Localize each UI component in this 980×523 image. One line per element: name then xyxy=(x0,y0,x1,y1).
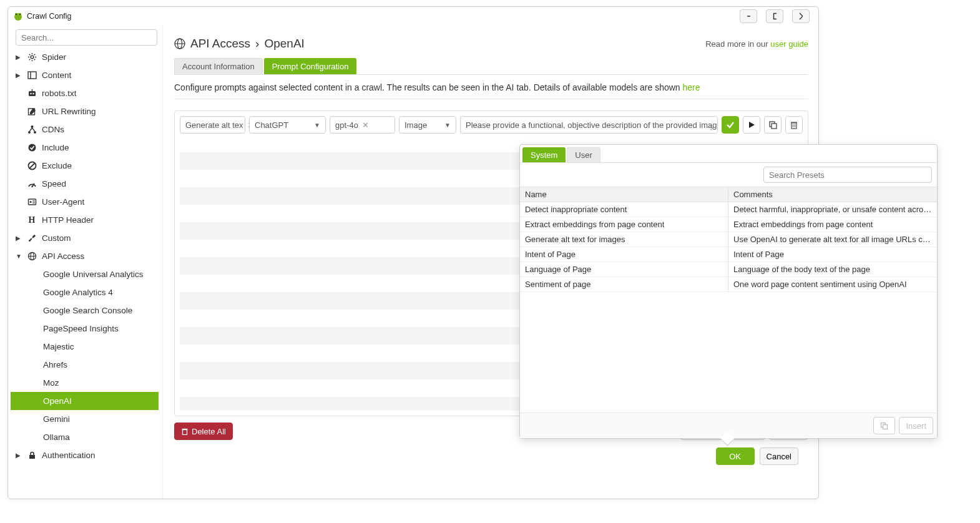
table-row[interactable]: Generate alt text for imagesUse OpenAI t… xyxy=(520,232,937,247)
id-icon xyxy=(27,197,37,207)
sidebar-item-google-search-console[interactable]: Google Search Console xyxy=(11,301,159,320)
chevron-down-icon: ▼ xyxy=(308,122,320,129)
popover-insert-button[interactable]: Insert xyxy=(899,417,933,434)
table-row[interactable]: Language of PageLanguage of the body tex… xyxy=(520,262,937,277)
sidebar-item-openai[interactable]: OpenAI xyxy=(11,392,159,410)
copy-button[interactable] xyxy=(764,116,782,134)
col-comments[interactable]: Comments xyxy=(728,187,937,202)
ok-button[interactable]: OK xyxy=(716,447,755,465)
check-circle-icon xyxy=(27,143,37,153)
sidebar-item-moz[interactable]: Moz xyxy=(11,374,159,392)
sidebar-item-authentication[interactable]: ▶Authentication xyxy=(11,446,159,464)
sidebar-item-ollama[interactable]: Ollama xyxy=(11,428,159,446)
tools-icon xyxy=(27,233,37,243)
svg-point-17 xyxy=(31,125,33,128)
table-row[interactable]: Sentiment of pageOne word page content s… xyxy=(520,277,937,292)
popover-tab-system[interactable]: System xyxy=(522,147,566,162)
content-type-select[interactable]: Image▼ xyxy=(399,116,456,134)
popover-tabbar: SystemUser xyxy=(520,145,937,163)
sidebar-item-http-header[interactable]: HHTTP Header xyxy=(11,211,159,229)
sidebar-item-spider[interactable]: ▶Spider xyxy=(11,48,159,66)
sidebar-item-label: robots.txt xyxy=(42,89,77,98)
svg-point-3 xyxy=(16,14,17,15)
sidebar-item-label: Exclude xyxy=(42,161,72,170)
sidebar-item-majestic[interactable]: Majestic xyxy=(11,338,159,356)
chevron-right-icon: ▶ xyxy=(16,72,22,79)
sidebar-item-custom[interactable]: ▶Custom xyxy=(11,229,159,247)
maximize-button[interactable] xyxy=(766,9,783,23)
sidebar-item-exclude[interactable]: Exclude xyxy=(11,157,159,175)
breadcrumb-current: OpenAI xyxy=(264,37,304,51)
sidebar-item-label: Google Universal Analytics xyxy=(43,270,144,279)
breadcrumb-parent: API Access xyxy=(190,37,250,51)
delete-all-button[interactable]: Delete All xyxy=(174,423,233,440)
sidebar-item-label: PageSpeed Insights xyxy=(43,324,119,333)
library-popover: SystemUser Name Comments Detect inapprop… xyxy=(519,144,938,439)
prompt-text-input[interactable]: Please provide a functional, objective d… xyxy=(460,116,718,134)
network-icon xyxy=(27,125,37,135)
sidebar-item-api-access[interactable]: ▼API Access xyxy=(11,247,159,265)
close-button[interactable] xyxy=(792,9,810,23)
sidebar-item-content[interactable]: ▶Content xyxy=(11,66,159,84)
breadcrumb: API Access › OpenAI xyxy=(174,37,305,51)
tab-account-information[interactable]: Account Information xyxy=(174,58,263,74)
sidebar-item-robots-txt[interactable]: robots.txt xyxy=(11,84,159,102)
expand-icon[interactable]: ⤢ xyxy=(710,125,715,132)
popover-tab-user[interactable]: User xyxy=(567,147,600,162)
sidebar-item-google-analytics-4[interactable]: Google Analytics 4 xyxy=(11,283,159,301)
provider-select[interactable]: ChatGPT▼ xyxy=(249,116,326,134)
tabbar: Account InformationPrompt Configuration xyxy=(174,58,808,75)
run-button[interactable] xyxy=(743,116,760,134)
tab-prompt-configuration[interactable]: Prompt Configuration xyxy=(264,58,357,74)
svg-rect-25 xyxy=(28,199,36,205)
models-here-link[interactable]: here xyxy=(683,82,700,92)
sidebar-item-ahrefs[interactable]: Ahrefs xyxy=(11,356,159,374)
robot-icon xyxy=(27,89,37,99)
user-guide-link[interactable]: user guide xyxy=(770,39,808,49)
col-name[interactable]: Name xyxy=(520,187,728,202)
sidebar-item-cdns[interactable]: CDNs xyxy=(11,120,159,139)
sidebar-item-gemini[interactable]: Gemini xyxy=(11,410,159,428)
svg-point-19 xyxy=(34,131,36,134)
svg-point-9 xyxy=(31,56,34,59)
sidebar-item-pagespeed-insights[interactable]: PageSpeed Insights xyxy=(11,320,159,338)
sidebar-item-label: Include xyxy=(42,143,69,152)
sidebar-item-user-agent[interactable]: User-Agent xyxy=(11,193,159,211)
svg-point-13 xyxy=(30,93,31,94)
svg-point-26 xyxy=(29,201,31,203)
minimize-button[interactable] xyxy=(740,9,757,23)
ban-icon xyxy=(27,161,37,171)
sidebar-item-url-rewriting[interactable]: URL Rewriting xyxy=(11,102,159,120)
window-title: Crawl Config xyxy=(27,12,72,21)
sidebar-item-google-universal-analytics[interactable]: Google Universal Analytics xyxy=(11,265,159,283)
clear-icon[interactable]: ✕ xyxy=(362,120,369,130)
validate-button[interactable] xyxy=(722,116,739,134)
sidebar-item-label: Gemini xyxy=(43,414,70,424)
prompt-row: Generate alt tex✕ ChatGPT▼ gpt-4o✕ Image… xyxy=(180,116,803,134)
presets-search-input[interactable] xyxy=(763,167,932,183)
model-input[interactable]: gpt-4o✕ xyxy=(330,116,395,134)
sidebar-item-label: Moz xyxy=(43,378,59,388)
sidebar-item-label: Majestic xyxy=(43,342,74,351)
svg-point-20 xyxy=(28,144,36,152)
sidebar-item-label: OpenAI xyxy=(43,396,72,406)
popover-copy-button[interactable] xyxy=(873,417,895,434)
table-row[interactable]: Intent of PageIntent of Page xyxy=(520,247,937,262)
table-row[interactable]: Extract embeddings from page contentExtr… xyxy=(520,217,937,232)
cancel-button[interactable]: Cancel xyxy=(760,447,798,465)
chevron-right-icon: ▶ xyxy=(16,452,22,459)
chevron-down-icon: ▼ xyxy=(438,122,451,129)
sidebar-item-label: HTTP Header xyxy=(42,215,94,225)
svg-point-18 xyxy=(28,131,31,134)
sidebar-search-input[interactable] xyxy=(16,29,157,46)
svg-point-14 xyxy=(32,93,34,94)
sidebar-item-include[interactable]: Include xyxy=(11,139,159,157)
sidebar-item-label: URL Rewriting xyxy=(42,107,96,116)
sidebar-item-label: Custom xyxy=(42,233,71,243)
prompt-name-input[interactable]: Generate alt tex✕ xyxy=(180,116,245,134)
delete-row-button[interactable] xyxy=(785,116,803,134)
table-row[interactable]: Detect inappropriate contentDetect harmf… xyxy=(520,202,937,217)
sidebar: ▶Spider▶Contentrobots.txtURL RewritingCD… xyxy=(8,26,163,499)
svg-rect-38 xyxy=(772,124,777,129)
sidebar-item-speed[interactable]: Speed xyxy=(11,175,159,193)
